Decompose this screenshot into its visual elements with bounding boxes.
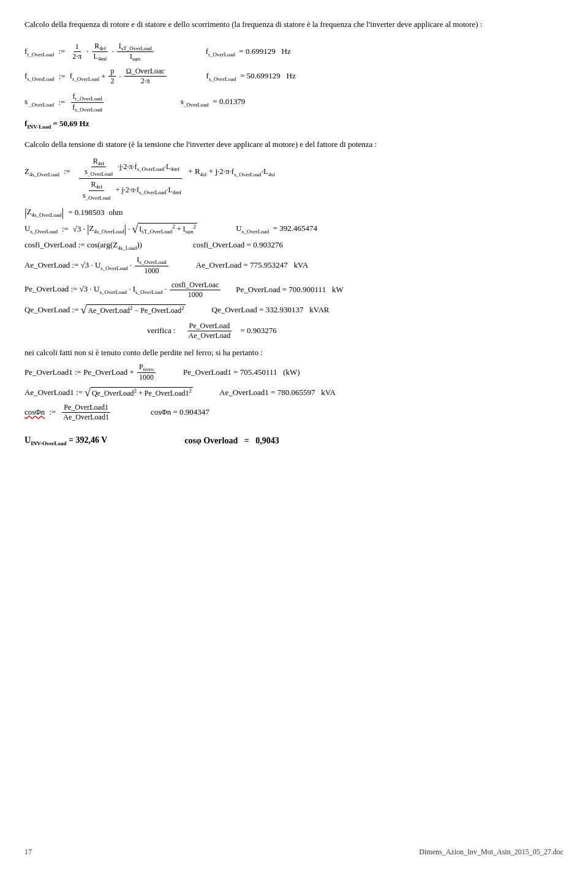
qe-result: Qe_OverLoad = 332.930137 kVAR	[212, 305, 330, 315]
dot-2: ·	[111, 47, 113, 56]
bottom-results: UINV-OverLoad = 392,46 V cosφ Overload =…	[24, 435, 564, 446]
page-number: 17	[24, 848, 32, 857]
frac-is-1000: Is_OverLoad 1000	[135, 255, 168, 275]
us-label: Us_OverLoad	[24, 224, 58, 235]
doc-name: Dimens_Azion_Inv_Mot_Asin_2015_05_27.doc	[419, 848, 564, 857]
pe1-result: Pe_OverLoad1 = 705.450111 (kW)	[183, 367, 300, 377]
cosph-formula: cosΦn := Pe_OverLoad1 Ae_OverLoad1 cosΦn…	[24, 403, 564, 422]
pe-formula: Pe_OverLoad := √3 · Us_OverLoad · Is_Ove…	[24, 280, 564, 299]
sqrt-ist2-isph2: √ IsT_OverLoad2 + Isφn2	[132, 223, 197, 235]
plus-z4s: + R4sf + j·2·π·fs_OverLoad·L4sf	[188, 167, 275, 178]
fs-overload-formula: fs_OverLoad := fr_OverLoad + p 2 · Ω_Ove…	[24, 67, 564, 86]
fs-label: fs_OverLoad	[24, 71, 55, 82]
assign-3: :=	[58, 97, 65, 107]
sqrt-3-us: √3 ·	[73, 224, 85, 234]
nei-calcoli-text: nei calcoli fatti non si è tenuto conto …	[24, 348, 564, 358]
us-result: Us_OverLoad = 392.465474	[236, 224, 317, 235]
assign-cosph: :=	[49, 407, 56, 417]
cosph-lhs: cosΦn	[24, 407, 45, 417]
frac-1-2pi: 1 2·π	[70, 42, 83, 61]
verifica-label: verifica :	[147, 326, 176, 336]
sqrt-ae2-pe2: √ Ae_OverLoad2 − Pe_OverLoad2	[81, 304, 186, 315]
frac-s-overload: fr_OverLoad fs_OverLoad	[70, 92, 104, 113]
ae1-result: Ae_OverLoad1 = 780.065597 kVA	[219, 388, 336, 397]
frac-pe1-ae1: Pe_OverLoad1 Ae_OverLoad1	[61, 403, 111, 422]
sqrt-qe2-pe12: √ Qe_OverLoad2 + Pe_OverLoad12	[85, 387, 193, 398]
pe1-lhs: Pe_OverLoad1 := Pe_OverLoad +	[24, 367, 134, 377]
s-result: s_OverLoad = 0.01379	[181, 97, 245, 108]
ae1-formula: Ae_OverLoad1 := √ Qe_OverLoad2 + Pe_Over…	[24, 387, 564, 398]
s-overload-formula: s _OverLoad := fr_OverLoad fs_OverLoad s…	[24, 92, 564, 113]
cosfi-formula: cosfi_OverLoad := cos(arg(Z4s_Load)) cos…	[24, 240, 564, 251]
qe-formula: Qe_OverLoad := √ Ae_OverLoad2 − Pe_OverL…	[24, 304, 564, 315]
z4s-formula: Z4s_OverLoad := R4rf s_OverLoad ·j·2·π·f…	[24, 156, 564, 203]
abs-z4s-2: | Z4s_OverLoad |	[87, 224, 126, 235]
ae-result: Ae_OverLoad = 775.953247 kVA	[196, 260, 308, 270]
cosph-result: cosΦn = 0.904347	[151, 407, 209, 417]
verifica-line: verifica : Pe_OverLoad Ae_OverLoad = 0.9…	[147, 322, 564, 340]
cosfi-lhs: cosfi_OverLoad := cos(arg(Z4s_Load))	[24, 240, 142, 251]
frac-pe-ae: Pe_OverLoad Ae_OverLoad	[187, 322, 233, 340]
eq-z4s: = 0.198503	[68, 208, 104, 217]
z4s-result: | Z4s_OverLoad | = 0.198503 ohm	[24, 207, 564, 218]
fr-label: fr_OverLoad	[24, 47, 54, 58]
pe-lhs: Pe_OverLoad := √3 · Us_OverLoad · Is_Ove…	[24, 284, 167, 295]
frac-cosfi-1000: cosfi_OverLoac 1000	[170, 280, 221, 299]
finv-load: fINV-Load = 50,69 Hz	[24, 119, 564, 130]
ae1-lhs: Ae_OverLoad1 :=	[24, 388, 83, 397]
us-mid: ·	[128, 224, 130, 234]
dot-1: ·	[86, 47, 88, 56]
page-footer: 17 Dimens_Azion_Inv_Mot_Asin_2015_05_27.…	[0, 848, 588, 857]
page-content: Calcolo della frequenza di rotore e di s…	[24, 18, 564, 446]
fs-result: fs_OverLoad = 50.699129 Hz	[206, 71, 296, 82]
frac-r4rf-l4mf: R4rf L4mf	[92, 42, 109, 62]
section2-title: Calcolo della tensione di statore (è la …	[24, 140, 564, 149]
pe-result: Pe_OverLoad = 700.900111 kW	[236, 285, 343, 295]
frac-pferro-1000: Pferro 1000	[137, 363, 156, 382]
fr-overload-formula: fr_OverLoad := 1 2·π · R4rf L4mf · IsT_O…	[24, 42, 564, 62]
z4s-big-frac: R4rf s_OverLoad ·j·2·π·fs_OverLoad·L4mf …	[77, 156, 184, 203]
pe1-formula: Pe_OverLoad1 := Pe_OverLoad + Pferro 100…	[24, 363, 564, 382]
uinv-result: UINV-OverLoad = 392,46 V	[24, 435, 107, 446]
frac-p2: p 2	[108, 67, 116, 86]
verifica-result: = 0.903276	[238, 326, 277, 336]
cosfi-result: cosfi_OverLoad = 0.903276	[193, 240, 283, 250]
fs-froverlod: fr_OverLoad	[70, 71, 99, 82]
assign-4: :=	[64, 167, 70, 176]
ae-lhs: Ae_OverLoad :=	[24, 260, 79, 270]
intro-text: Calcolo della frequenza di rotore e di s…	[24, 18, 564, 31]
assign-1: :=	[58, 47, 65, 56]
s-label: s _OverLoad	[24, 97, 54, 108]
cosph-final: cosφ Overload = 0,9043	[184, 436, 279, 446]
assign-us: :=	[62, 224, 69, 234]
us-formula: Us_OverLoad := √3 · | Z4s_OverLoad | · √…	[24, 223, 564, 235]
ohm-unit: ohm	[109, 208, 123, 217]
assign-2: :=	[59, 72, 66, 81]
plus-1: +	[101, 72, 105, 81]
z4s-label: Z4s_OverLoad	[24, 167, 59, 178]
abs-z4s: | Z4s_OverLoad |	[24, 207, 64, 218]
frac-omega-2pi: Ω_OverLoac 2·π	[124, 67, 167, 86]
dot-3: ·	[119, 72, 121, 81]
qe-lhs: Qe_OverLoad :=	[24, 305, 79, 315]
ae-formula: Ae_OverLoad := √3 · Us_OverLoad · Is_Ove…	[24, 255, 564, 275]
fr-result: fr_OverLoad = 0.699129 Hz	[206, 47, 291, 58]
frac-ist-isph: IsT_OverLoad Isφn	[117, 42, 154, 62]
finv-label: fINV-Load = 50,69 Hz	[24, 119, 89, 130]
sqrt3-ae: √3 · Us_OverLoad ·	[81, 260, 132, 271]
